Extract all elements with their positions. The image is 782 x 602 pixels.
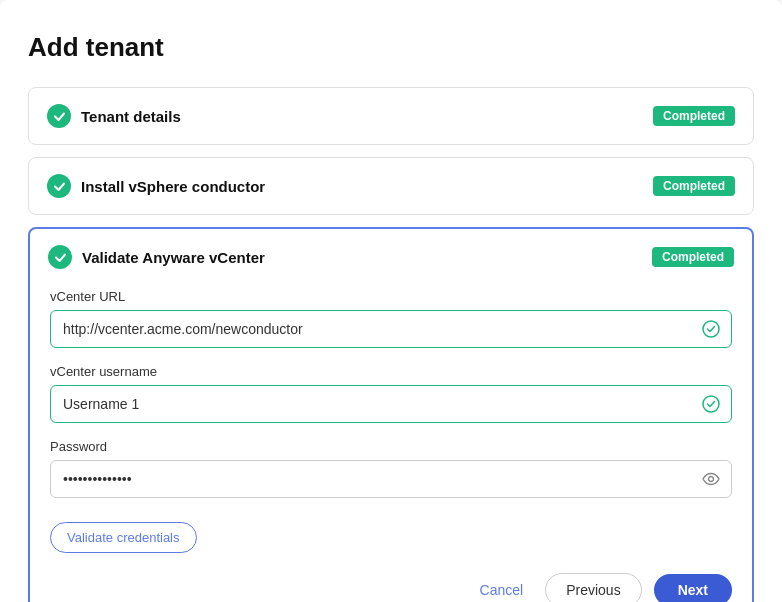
step-3-header: Validate Anyware vCenter Completed: [48, 245, 734, 269]
step-3-status: Completed: [652, 247, 734, 267]
svg-point-0: [703, 321, 719, 337]
vcenter-username-label: vCenter username: [50, 364, 732, 379]
vcenter-url-group: vCenter URL: [50, 289, 732, 348]
vcenter-url-input[interactable]: [50, 310, 732, 348]
cancel-button[interactable]: Cancel: [470, 574, 534, 602]
step-3-body: vCenter URL vCenter username: [48, 289, 734, 602]
vcenter-username-check-icon: [702, 395, 720, 413]
password-label: Password: [50, 439, 732, 454]
password-eye-icon[interactable]: [702, 472, 720, 486]
step-1-left: Tenant details: [47, 104, 181, 128]
vcenter-username-group: vCenter username: [50, 364, 732, 423]
step-2-status: Completed: [653, 176, 735, 196]
step-card-2: Install vSphere conductor Completed: [28, 157, 754, 215]
step-3-label: Validate Anyware vCenter: [82, 249, 265, 266]
previous-button[interactable]: Previous: [545, 573, 641, 602]
svg-point-1: [703, 396, 719, 412]
step-1-label: Tenant details: [81, 108, 181, 125]
password-group: Password: [50, 439, 732, 498]
password-input[interactable]: [50, 460, 732, 498]
next-button[interactable]: Next: [654, 574, 732, 602]
vcenter-username-input[interactable]: [50, 385, 732, 423]
page-container: Add tenant Tenant details Completed Inst…: [0, 0, 782, 602]
footer-actions: Cancel Previous Next: [50, 573, 732, 602]
step-card-1: Tenant details Completed: [28, 87, 754, 145]
step-2-check-icon: [47, 174, 71, 198]
step-2-left: Install vSphere conductor: [47, 174, 265, 198]
svg-point-2: [709, 477, 714, 482]
step-3-check-icon: [48, 245, 72, 269]
step-1-status: Completed: [653, 106, 735, 126]
validate-credentials-button[interactable]: Validate credentials: [50, 522, 197, 553]
vcenter-url-check-icon: [702, 320, 720, 338]
step-card-3: Validate Anyware vCenter Completed vCent…: [28, 227, 754, 602]
step-2-label: Install vSphere conductor: [81, 178, 265, 195]
password-input-wrapper: [50, 460, 732, 498]
vcenter-url-label: vCenter URL: [50, 289, 732, 304]
vcenter-username-input-wrapper: [50, 385, 732, 423]
page-title: Add tenant: [28, 32, 754, 63]
step-3-left: Validate Anyware vCenter: [48, 245, 265, 269]
step-1-check-icon: [47, 104, 71, 128]
vcenter-url-input-wrapper: [50, 310, 732, 348]
